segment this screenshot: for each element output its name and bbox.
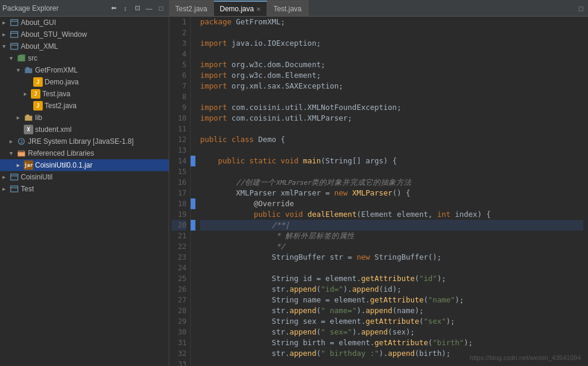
gutter — [191, 17, 195, 366]
sidebar-max-btn[interactable]: □ — [156, 3, 166, 14]
tab-label: Test.java — [273, 5, 301, 13]
tab-label: Test2.java — [175, 5, 207, 13]
sidebar: Package Explorer ⬅ ↕ ⊡ — □ ▶ About_G — [0, 0, 169, 366]
tree-label: CoisiniUtil — [21, 173, 52, 181]
ln: 6 — [172, 70, 186, 81]
ln: 22 — [172, 241, 186, 252]
code-line-20: /**| — [200, 220, 583, 231]
ln: 7 — [172, 81, 186, 91]
tree-label: About_STU_Window — [21, 30, 87, 39]
ln: 23 — [172, 252, 186, 263]
code-line-10: import com.coisini.util.XMLParser; — [200, 113, 583, 124]
tree-item-lib[interactable]: ▶ lib — [0, 112, 169, 124]
sidebar-collapse-btn[interactable]: ⬅ — [108, 3, 119, 14]
sidebar-header: Package Explorer ⬅ ↕ ⊡ — □ — [0, 0, 169, 17]
tree-item-test2-java[interactable]: J Test2.java — [0, 100, 169, 112]
svg-rect-8 — [26, 67, 29, 69]
code-line-5: import org.w3c.dom.Document; — [200, 59, 583, 70]
sidebar-sync-btn[interactable]: ↕ — [120, 3, 131, 14]
tree-item-test-java[interactable]: ▶ J Test.java — [0, 88, 169, 100]
toggle-icon: ▼ — [10, 55, 17, 61]
ln: 4 — [172, 49, 186, 59]
toggle-icon: ▶ — [2, 186, 10, 192]
tree-item-test-proj[interactable]: ▶ Test — [0, 183, 169, 195]
code-line-17: XMLParser xmlParser = new XMLParser() { — [200, 188, 583, 198]
tree-label: About_GUI — [21, 18, 56, 27]
tree-label: Test.java — [42, 90, 70, 98]
lib-icon — [24, 113, 33, 122]
ln: 28 — [172, 305, 186, 316]
code-line-11 — [200, 124, 583, 134]
ln: 20 — [172, 220, 186, 231]
code-line-9: import com.coisini.util.XMLNotFoundExcep… — [200, 102, 583, 113]
tab-test2[interactable]: Test2.java — [169, 1, 214, 16]
main-layout: Package Explorer ⬅ ↕ ⊡ — □ ▶ About_G — [0, 0, 588, 366]
ln: 26 — [172, 284, 186, 295]
code-line-23: StringBuffer str = new StringBuffer(); — [200, 252, 583, 263]
project-icon — [10, 42, 19, 51]
tab-demo[interactable]: Demo.java ✕ — [214, 1, 267, 16]
tree-label: Test — [21, 185, 34, 193]
tree-item-jar[interactable]: ▶ jar CoisiniUtil0.0.1.jar — [0, 159, 169, 171]
sidebar-min-btn[interactable]: — — [144, 3, 154, 14]
ln: 8 — [172, 91, 186, 102]
editor-area: Test2.java Demo.java ✕ Test.java □ 1 2 3 — [169, 0, 588, 366]
code-line-24 — [200, 263, 583, 273]
tree-item-referenced-libraries[interactable]: ▼ Referenced Libraries — [0, 147, 169, 159]
tree-item-getfromxml[interactable]: ▼ GetFromXML — [0, 64, 169, 76]
toggle-icon: ▼ — [17, 67, 24, 73]
ln: 13 — [172, 145, 186, 156]
ln: 10 — [172, 113, 186, 124]
tree-label: GetFromXML — [35, 66, 78, 74]
toggle-icon: ▶ — [2, 174, 10, 180]
code-line-33 — [200, 359, 583, 366]
line-numbers: 1 2 3 4 5 6 7 8 9 10 11 12 13 14 15 16 1 — [169, 17, 191, 366]
tree-label: lib — [35, 113, 42, 122]
tree-item-student-xml[interactable]: X student.xml — [0, 124, 169, 135]
project-icon — [10, 18, 19, 27]
code-line-16: //创建一个XMLParser类的对象并完成它的抽象方法 — [200, 177, 583, 188]
code-line-1: package GetFromXML; — [200, 17, 583, 27]
tree-item-about-xml[interactable]: ▼ About_XML — [0, 40, 169, 52]
code-line-32: str.append(" birthday :").append(birth); — [200, 348, 583, 359]
src-icon — [17, 53, 26, 63]
ln: 24 — [172, 263, 186, 273]
ln: 11 — [172, 124, 186, 134]
code-line-22: */ — [200, 241, 583, 252]
tree-item-coisiniutil[interactable]: ▶ CoisiniUtil — [0, 171, 169, 183]
editor-content[interactable]: 1 2 3 4 5 6 7 8 9 10 11 12 13 14 15 16 1 — [169, 17, 588, 366]
ln: 30 — [172, 327, 186, 337]
svg-rect-17 — [11, 186, 18, 192]
sidebar-menu-btn[interactable]: ⊡ — [132, 3, 143, 14]
svg-rect-2 — [11, 31, 18, 37]
tab-label: Demo.java — [220, 5, 254, 13]
code-line-26: str.append("id=").append(id); — [200, 284, 583, 295]
ln: 18 — [172, 198, 186, 209]
svg-text:J: J — [20, 140, 23, 144]
tree-item-about-stu[interactable]: ▶ About_STU_Window — [0, 29, 169, 40]
ln: 9 — [172, 102, 186, 113]
toggle-icon: ▶ — [17, 162, 24, 168]
tree-item-src[interactable]: ▼ src — [0, 52, 169, 64]
code-line-28: str.append(" name=").append(name); — [200, 305, 583, 316]
ln: 3 — [172, 38, 186, 49]
tree-item-demo-java[interactable]: J Demo.java — [0, 76, 169, 88]
ln: 1 — [172, 17, 186, 27]
tree-item-jre[interactable]: ▶ J JRE System Library [JavaSE-1.8] — [0, 135, 169, 147]
svg-rect-6 — [18, 56, 25, 61]
toggle-icon: ▼ — [10, 150, 17, 156]
tab-close-icon[interactable]: ✕ — [256, 6, 261, 12]
ln: 2 — [172, 27, 186, 38]
ln: 31 — [172, 337, 186, 348]
code-area[interactable]: package GetFromXML; import java.io.IOExc… — [195, 17, 588, 366]
tree-item-about-gui[interactable]: ▶ About_GUI — [0, 17, 169, 29]
code-line-3: import java.io.IOException; — [200, 38, 583, 49]
ln: 29 — [172, 316, 186, 327]
code-line-7: import org.xml.sax.SAXException; — [200, 81, 583, 91]
svg-rect-10 — [26, 115, 29, 116]
editor-maximize-btn[interactable]: □ — [574, 1, 588, 16]
code-line-25: String id = element.getAttribute("id"); — [200, 273, 583, 284]
tree-label: src — [28, 54, 37, 62]
tab-test[interactable]: Test.java — [267, 1, 308, 16]
toggle-icon: ▶ — [17, 115, 24, 121]
